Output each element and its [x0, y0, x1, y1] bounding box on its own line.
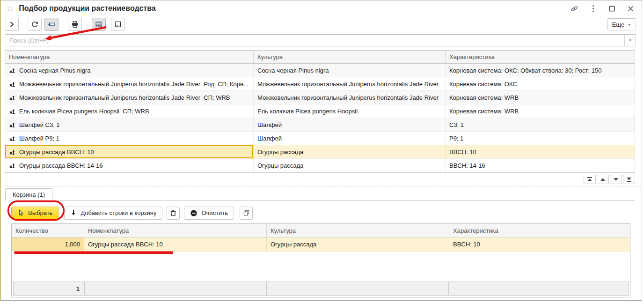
cell-characteristic: BBCH: 14-16 [446, 159, 635, 172]
products-table-header: Номенклатура Культура Характеристика [5, 51, 635, 64]
cell-characteristic: Корневая система: ОКС; Обхват ствола: 30… [446, 64, 635, 77]
nomenclature-text: Шалфей P9; 1 [19, 135, 59, 142]
open-window-button[interactable] [240, 207, 253, 220]
nomenclature-text: Огурцы рассада BBCH: 14-16 [19, 162, 103, 169]
table-row[interactable]: Сосна черная Pinus nigra Сосна черная Pi… [5, 64, 635, 77]
plant-icon [9, 94, 16, 101]
go-last-button[interactable] [623, 175, 635, 184]
print-button[interactable] [68, 18, 82, 31]
nomenclature-text: Огурцы рассада BBCH: 10 [19, 148, 94, 156]
cell-nomenclature: Шалфей C3; 1 [5, 118, 254, 131]
footer-cell [448, 282, 629, 296]
column-header-culture[interactable]: Культура [267, 224, 449, 237]
table-row[interactable]: Шалфей P9; 1 Шалфей P9; 1 [5, 132, 635, 145]
plant-icon [9, 121, 16, 128]
table-row[interactable]: Шалфей C3; 1 Шалфей C3; 1 [5, 118, 635, 132]
favorite-star-icon[interactable]: ☆ [7, 5, 14, 13]
basket-footer: 1 [13, 282, 629, 296]
more-button[interactable]: Еще ▼ [607, 18, 636, 30]
cell-nomenclature: Сосна черная Pinus nigra [5, 64, 254, 77]
products-table: Номенклатура Культура Характеристика [5, 50, 635, 173]
cell-characteristic: Корневая система: ОКС [446, 77, 635, 90]
cell-culture: Сосна черная Pinus nigra [254, 64, 446, 77]
column-header-quantity[interactable]: Количество [12, 224, 84, 237]
expand-panel-button[interactable] [5, 18, 19, 31]
maximize-icon[interactable] [608, 5, 615, 12]
plant-icon [9, 67, 16, 74]
plant-icon [9, 81, 16, 88]
table-row[interactable]: Огурцы рассада BBCH: 10 Огурцы рассада B… [5, 145, 635, 159]
footer-quantity-total: 1 [13, 282, 85, 296]
set-period-button[interactable] [44, 18, 59, 31]
windows-icon [243, 209, 250, 216]
clear-basket-button-label: Очистить [201, 209, 228, 216]
cell-characteristic: C3; 1 [446, 118, 635, 131]
cell-culture: Шалфей [254, 118, 446, 131]
cell-culture: Огурцы рассада [254, 159, 446, 172]
cursor-icon [17, 209, 24, 216]
column-header-characteristic[interactable]: Характеристика [446, 51, 635, 63]
basket-table: Количество Номенклатура Культура Характе… [11, 223, 630, 297]
cell-quantity: 1,000 [12, 237, 84, 251]
add-rows-button[interactable]: Добавить строки в корзину [64, 207, 162, 220]
nomenclature-text: Шалфей C3; 1 [19, 121, 60, 128]
table-row[interactable]: Ель колючая Picea pungens Hoopsii СП; WR… [5, 104, 635, 118]
cell-nomenclature: Ель колючая Picea pungens Hoopsii СП; WR… [5, 104, 254, 118]
cell-characteristic: Корневая система: WRB [446, 91, 635, 104]
cell-culture: Можжевельник горизонтальный Juniperus ho… [254, 77, 446, 90]
basket-table-header: Количество Номенклатура Культура Характе… [12, 224, 630, 237]
nomenclature-text: Можжевельник горизонтальный Juniperus ho… [19, 81, 249, 88]
clear-basket-button[interactable]: Очистить [184, 207, 234, 220]
title-bar: ☆ Подбор продукции растениеводства [1, 0, 642, 16]
minus-circle-icon [190, 209, 198, 217]
cell-nomenclature: Шалфей P9; 1 [5, 132, 254, 145]
table-row[interactable]: Можжевельник горизонтальный Juniperus ho… [5, 91, 635, 104]
refresh-button[interactable] [28, 18, 42, 31]
go-up-button[interactable] [597, 175, 609, 184]
search-input[interactable] [5, 35, 624, 46]
cell-nomenclature: Можжевельник горизонтальный Juniperus ho… [5, 77, 254, 90]
delete-row-button[interactable] [167, 207, 180, 220]
cell-culture: Огурцы рассада [267, 237, 449, 251]
basket-tabstrip: Корзина (1) [5, 188, 635, 201]
go-down-button[interactable] [610, 175, 622, 184]
select-button-label: Выбрать [28, 209, 52, 216]
go-first-button[interactable] [584, 175, 596, 184]
app-window: ☆ Подбор продукции растениеводства [0, 0, 642, 301]
cell-nomenclature: Огурцы рассада BBCH: 10 [84, 237, 267, 251]
panel-splitter[interactable] [2, 186, 641, 186]
cell-culture: Огурцы рассада [254, 145, 446, 158]
search-clear-button[interactable]: × [624, 35, 636, 46]
column-header-culture[interactable]: Культура [254, 51, 446, 63]
close-icon[interactable] [627, 5, 634, 12]
cell-culture: Ель колючая Picea pungens Hoopsii [254, 104, 446, 118]
basket-empty-area [12, 252, 630, 281]
chevron-down-icon: ▼ [628, 23, 631, 26]
column-header-nomenclature[interactable]: Номенклатура [5, 51, 254, 63]
page-title: Подбор продукции растениеводства [19, 4, 155, 13]
table-row[interactable]: Можжевельник горизонтальный Juniperus ho… [5, 77, 635, 91]
cell-nomenclature: Можжевельник горизонтальный Juniperus ho… [5, 91, 254, 104]
nomenclature-text: Ель колючая Picea pungens Hoopsii СП; WR… [19, 108, 149, 115]
arrow-down-icon [70, 209, 77, 216]
plant-icon [9, 135, 16, 142]
search-bar: × [5, 34, 636, 46]
output-list-button[interactable] [92, 18, 106, 31]
more-button-label: Еще [612, 21, 624, 28]
add-rows-button-label: Добавить строки в корзину [80, 209, 156, 216]
cell-nomenclature: Огурцы рассада BBCH: 10 [5, 145, 254, 158]
basket-row[interactable]: 1,000 Огурцы рассада BBCH: 10 Огурцы рас… [12, 237, 630, 252]
menu-kebab-icon[interactable] [589, 5, 597, 12]
basket-toolbar: Выбрать Добавить строки в корзину Очисти… [1, 201, 642, 221]
cell-characteristic: BBCH: 10 [449, 237, 630, 251]
table-row[interactable]: Огурцы рассада BBCH: 14-16 Огурцы рассад… [5, 159, 635, 172]
tab-basket[interactable]: Корзина (1) [5, 188, 52, 201]
select-button[interactable]: Выбрать [11, 207, 59, 220]
cell-culture: Шалфей [254, 132, 446, 145]
trash-icon [169, 209, 177, 217]
plant-icon [9, 108, 16, 115]
column-header-nomenclature[interactable]: Номенклатура [84, 224, 267, 237]
link-icon[interactable] [571, 5, 578, 12]
totals-footer-button[interactable] [111, 18, 125, 31]
column-header-characteristic[interactable]: Характеристика [449, 224, 630, 237]
